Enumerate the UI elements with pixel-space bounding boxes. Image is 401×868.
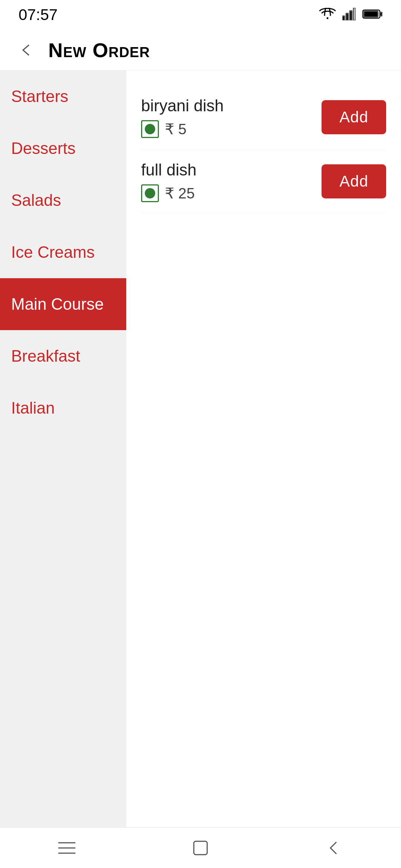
svg-rect-0 <box>342 16 345 20</box>
header: New Order <box>0 30 401 70</box>
signal-icon <box>342 8 356 22</box>
svg-rect-1 <box>346 13 348 20</box>
menu-item-price: ₹ 25 <box>165 185 195 202</box>
menu-item-price-row: ₹ 5 <box>141 120 224 138</box>
svg-rect-10 <box>194 841 207 855</box>
svg-rect-5 <box>380 12 382 16</box>
svg-rect-3 <box>353 8 356 20</box>
status-icons <box>319 8 382 22</box>
content-area: biryani dish ₹ 5 Add full dish ₹ 25 <box>126 70 401 827</box>
back-nav-icon[interactable] <box>319 833 349 863</box>
menu-nav-icon[interactable] <box>52 833 82 863</box>
menu-item-name: biryani dish <box>141 96 224 115</box>
add-item-button-2[interactable]: Add <box>322 164 386 198</box>
sidebar-item-italian[interactable]: Italian <box>0 382 126 434</box>
menu-item-info: biryani dish ₹ 5 <box>141 96 224 138</box>
add-item-button-1[interactable]: Add <box>322 100 386 134</box>
status-bar: 07:57 <box>0 0 401 30</box>
sidebar-item-breakfast[interactable]: Breakfast <box>0 330 126 382</box>
wifi-icon <box>319 8 336 22</box>
sidebar-item-salads[interactable]: Salads <box>0 174 126 226</box>
menu-item-price-row: ₹ 25 <box>141 184 196 202</box>
veg-dot <box>145 188 155 198</box>
status-time: 07:57 <box>19 6 58 24</box>
back-button[interactable] <box>15 39 37 61</box>
sidebar-item-ice-creams[interactable]: Ice Creams <box>0 226 126 278</box>
main-layout: Starters Desserts Salads Ice Creams Main… <box>0 70 401 827</box>
menu-item-name: full dish <box>141 161 196 179</box>
svg-rect-6 <box>364 11 378 17</box>
menu-item: biryani dish ₹ 5 Add <box>141 85 386 149</box>
sidebar-item-main-course[interactable]: Main Course <box>0 278 126 330</box>
veg-icon <box>141 120 159 138</box>
battery-icon <box>362 9 382 21</box>
sidebar-item-desserts[interactable]: Desserts <box>0 122 126 174</box>
sidebar-item-starters[interactable]: Starters <box>0 70 126 122</box>
sidebar: Starters Desserts Salads Ice Creams Main… <box>0 70 126 827</box>
veg-dot <box>145 124 155 134</box>
bottom-nav <box>0 827 401 868</box>
menu-item: full dish ₹ 25 Add <box>141 149 386 214</box>
page-title: New Order <box>48 39 150 62</box>
veg-icon <box>141 184 159 202</box>
home-nav-icon[interactable] <box>186 833 215 863</box>
menu-item-price: ₹ 5 <box>165 121 186 138</box>
svg-rect-2 <box>350 11 352 20</box>
menu-item-info: full dish ₹ 25 <box>141 161 196 202</box>
